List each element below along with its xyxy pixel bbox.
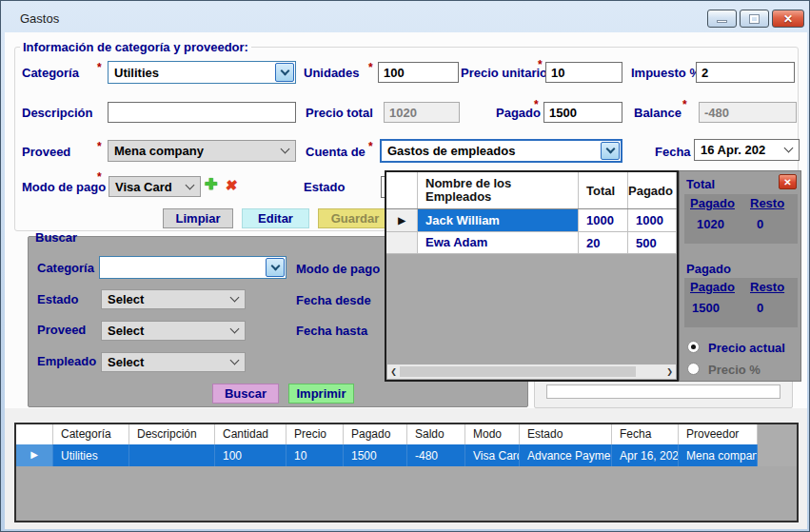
minimize-button[interactable]: [707, 10, 737, 28]
fecha-dropdown-button[interactable]: [779, 141, 798, 159]
categoria-label: Categoría: [22, 66, 79, 80]
chevron-down-icon: [185, 180, 194, 189]
cuenta-dropdown-button[interactable]: [601, 142, 620, 160]
empleado-pagado-cell[interactable]: 500: [628, 232, 677, 253]
unidades-input[interactable]: [378, 62, 459, 83]
proveedor-label: Proveed: [22, 145, 70, 159]
cell-fecha[interactable]: Apr 16, 2025: [612, 444, 679, 466]
pagado-pagado-value: 1500: [684, 294, 744, 315]
precio-actual-label[interactable]: Precio actual: [708, 341, 785, 355]
search-categoria-combobox[interactable]: [99, 256, 286, 279]
cell-pagado[interactable]: 1500: [344, 444, 407, 466]
col-header[interactable]: Categoría: [53, 424, 129, 444]
search-estado-label: Estado: [37, 292, 78, 306]
fecha-value: 16 Apr. 202: [701, 143, 779, 157]
cell-saldo[interactable]: -480: [407, 444, 465, 466]
precio-percent-label[interactable]: Precio %: [708, 363, 761, 377]
modo-pago-dropdown-button[interactable]: [180, 178, 199, 195]
search-estado-dropdown-button[interactable]: [225, 291, 244, 307]
cell-precio[interactable]: 10: [286, 444, 344, 466]
col-header[interactable]: Estado: [520, 424, 612, 444]
proveedor-dropdown-button[interactable]: [275, 142, 294, 160]
cell-categoria[interactable]: Utilities: [53, 444, 129, 466]
guardar-button[interactable]: Guardar: [318, 208, 392, 228]
totals-panel: ✕ Total Pagado Resto 1020 0 Pagado Pagad…: [679, 170, 801, 382]
col-header[interactable]: Proveedor: [679, 424, 758, 444]
search-estado-value: Select: [108, 292, 144, 306]
scroll-right-icon[interactable]: ❯: [663, 367, 676, 376]
empleado-nombre-cell[interactable]: Ewa Adam: [418, 232, 579, 253]
precio-percent-radio[interactable]: [687, 363, 700, 375]
search-proveedor-combobox[interactable]: Select: [101, 321, 246, 341]
scroll-left-icon[interactable]: ❮: [387, 367, 400, 376]
chevron-down-icon: [270, 261, 280, 270]
impuesto-input[interactable]: [696, 62, 795, 83]
empleado-row[interactable]: Ewa Adam 20 500: [386, 232, 677, 254]
col-total-header[interactable]: Total: [579, 172, 628, 208]
gasto-row[interactable]: ▶ Utilities 100 10 1500 -480 Visa Card A…: [16, 444, 797, 466]
col-pagado-header[interactable]: Pagado: [628, 172, 677, 208]
limpiar-button[interactable]: Limpiar: [163, 208, 233, 228]
search-proveedor-value: Select: [108, 324, 144, 338]
search-proveedor-dropdown-button[interactable]: [225, 323, 244, 339]
buscar-button[interactable]: Buscar: [212, 384, 279, 404]
cell-descripcion[interactable]: [129, 444, 215, 466]
maximize-button[interactable]: [740, 10, 769, 28]
search-empleado-dropdown-button[interactable]: [225, 354, 244, 370]
cuenta-combobox[interactable]: Gastos de empleados: [380, 139, 622, 163]
empleado-nombre-cell[interactable]: Jack William: [418, 209, 579, 231]
chevron-down-icon: [605, 145, 615, 154]
info-groupbox-title: Información de categoría y proveedor:: [20, 40, 251, 54]
empleados-grid: Nombre de los Empleados Total Pagado ▶ J…: [385, 170, 679, 382]
col-header[interactable]: Precio: [286, 424, 344, 444]
modo-pago-combobox[interactable]: Visa Card: [109, 176, 201, 197]
cell-proveedor[interactable]: Mena company: [679, 444, 758, 466]
gastos-window: Gastos ✕ Información de categoría y prov…: [0, 0, 810, 532]
gastos-grid-header: Categoría Descripción Cantidad Precio Pa…: [16, 424, 797, 444]
delete-payment-mode-icon[interactable]: ✖: [225, 177, 239, 194]
impuesto-label: Impuesto %: [631, 66, 701, 80]
col-header[interactable]: Pagado: [344, 424, 407, 444]
pagado-input[interactable]: [543, 102, 622, 123]
proveedor-combobox-value: Mena company: [114, 144, 204, 158]
cuenta-combobox-value: Gastos de empleados: [387, 144, 515, 158]
precio-unitario-input[interactable]: [545, 62, 622, 83]
window-title: Gastos: [20, 11, 59, 26]
empleado-pagado-cell[interactable]: 1000: [628, 209, 677, 231]
search-estado-combobox[interactable]: Select: [101, 289, 246, 309]
col-header[interactable]: Fecha: [612, 424, 679, 444]
col-header[interactable]: Descripción: [129, 424, 215, 444]
popup-close-button[interactable]: ✕: [779, 174, 797, 189]
unidades-required-asterisk: *: [368, 61, 373, 74]
categoria-combobox[interactable]: Utilities: [108, 61, 296, 84]
horizontal-scrollbar[interactable]: ❮ ❯: [387, 365, 676, 379]
search-proveedor-label: Proveed: [37, 323, 86, 337]
col-header[interactable]: Modo: [465, 424, 520, 444]
close-button[interactable]: ✕: [772, 10, 804, 28]
proveedor-combobox[interactable]: Mena company: [108, 140, 296, 162]
fecha-datepicker[interactable]: 16 Apr. 202: [694, 139, 800, 161]
cell-cantidad[interactable]: 100: [215, 444, 286, 466]
add-payment-mode-icon[interactable]: ✚: [205, 175, 217, 193]
col-nombre-header[interactable]: Nombre de los Empleados: [418, 172, 579, 208]
col-header[interactable]: Saldo: [407, 424, 465, 444]
imprimir-button[interactable]: Imprimir: [288, 384, 354, 404]
empleados-popup: Nombre de los Empleados Total Pagado ▶ J…: [385, 170, 801, 382]
maximize-icon: [750, 15, 759, 23]
scrollbar-thumb[interactable]: [400, 366, 636, 377]
descripcion-input[interactable]: [108, 102, 296, 123]
notes-textbox-partial[interactable]: [546, 384, 780, 399]
categoria-dropdown-button[interactable]: [275, 63, 294, 82]
search-empleado-value: Select: [108, 355, 144, 369]
search-empleado-combobox[interactable]: Select: [101, 352, 246, 372]
search-categoria-dropdown-button[interactable]: [266, 258, 285, 277]
editar-button[interactable]: Editar: [242, 208, 309, 228]
cell-estado[interactable]: Advance Payment: [520, 444, 612, 466]
empleado-total-cell[interactable]: 20: [579, 232, 628, 253]
close-icon: ✕: [783, 177, 791, 187]
col-header[interactable]: Cantidad: [215, 424, 286, 444]
empleado-row[interactable]: ▶ Jack William 1000 1000: [386, 209, 677, 232]
cell-modo[interactable]: Visa Card: [465, 444, 520, 466]
precio-actual-radio[interactable]: [687, 341, 700, 353]
empleado-total-cell[interactable]: 1000: [579, 209, 628, 231]
